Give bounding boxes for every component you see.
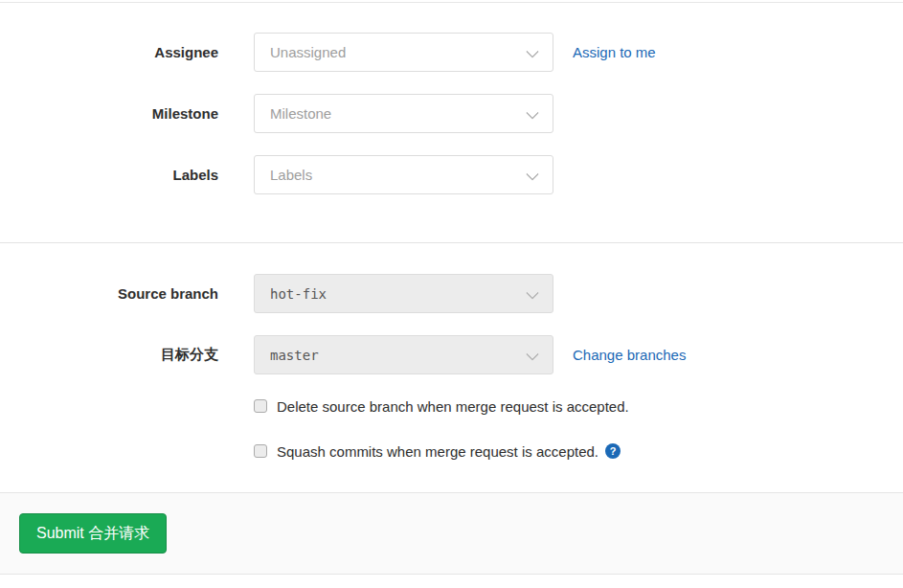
chevron-down-icon <box>528 170 536 178</box>
squash-commits-checkbox[interactable] <box>254 444 267 458</box>
help-icon[interactable]: ? <box>605 443 621 459</box>
squash-commits-label[interactable]: Squash commits when merge request is acc… <box>277 443 598 460</box>
source-branch-row: Source branch hot-fix <box>0 274 903 313</box>
form-actions-footer: Submit 合并请求 <box>0 492 903 575</box>
squash-commits-row: Squash commits when merge request is acc… <box>254 441 903 461</box>
labels-dropdown[interactable]: Labels <box>254 155 553 194</box>
labels-row: Labels Labels <box>0 155 903 194</box>
submit-merge-request-button[interactable]: Submit 合并请求 <box>19 513 167 554</box>
merge-request-form-page: Assignee Unassigned Assign to me Milesto… <box>0 0 903 588</box>
target-branch-row: 目标分支 master Change branches <box>0 335 903 374</box>
chevron-down-icon <box>528 47 536 56</box>
labels-dropdown-value: Labels <box>270 167 312 183</box>
branches-section: Source branch hot-fix 目标分支 master Change… <box>0 243 903 461</box>
source-branch-dropdown[interactable]: hot-fix <box>254 274 553 313</box>
chevron-down-icon <box>528 350 536 358</box>
milestone-dropdown-value: Milestone <box>270 105 331 122</box>
milestone-dropdown[interactable]: Milestone <box>254 94 553 133</box>
assign-to-me-link[interactable]: Assign to me <box>573 44 656 60</box>
target-branch-dropdown[interactable]: master <box>254 335 553 374</box>
delete-source-branch-row: Delete source branch when merge request … <box>254 396 903 416</box>
assignee-dropdown[interactable]: Unassigned <box>254 33 553 72</box>
source-branch-dropdown-value: hot-fix <box>270 286 327 302</box>
source-branch-label: Source branch <box>0 285 218 302</box>
assignee-dropdown-value: Unassigned <box>270 44 346 60</box>
assignee-row: Assignee Unassigned Assign to me <box>0 33 903 72</box>
change-branches-link[interactable]: Change branches <box>573 347 686 363</box>
chevron-down-icon <box>528 108 536 117</box>
milestone-label: Milestone <box>0 105 218 122</box>
delete-source-branch-label[interactable]: Delete source branch when merge request … <box>277 398 629 415</box>
delete-source-branch-checkbox[interactable] <box>254 399 267 413</box>
assignee-label: Assignee <box>0 44 218 60</box>
target-branch-dropdown-value: master <box>270 348 319 363</box>
labels-label: Labels <box>0 167 218 183</box>
target-branch-label: 目标分支 <box>0 346 218 364</box>
chevron-down-icon <box>528 288 536 297</box>
milestone-row: Milestone Milestone <box>0 94 903 133</box>
metadata-section: Assignee Unassigned Assign to me Milesto… <box>0 2 903 575</box>
